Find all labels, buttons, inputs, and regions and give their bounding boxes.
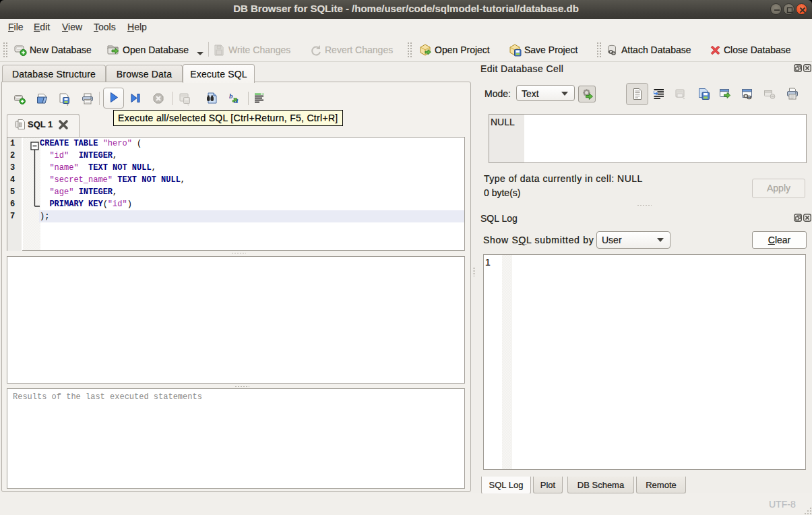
svg-text:b: b (229, 92, 233, 100)
